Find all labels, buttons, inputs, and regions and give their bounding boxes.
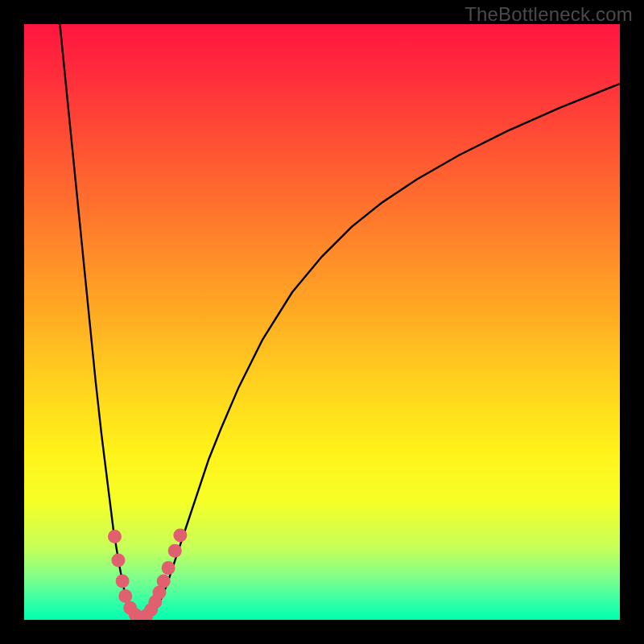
data-marker (173, 528, 187, 542)
chart-frame: TheBottleneck.com (0, 0, 644, 644)
data-marker (157, 574, 171, 588)
data-marker (118, 589, 132, 603)
data-marker (162, 561, 175, 575)
chart-svg (24, 24, 620, 620)
bottleneck-curve (60, 24, 620, 618)
data-marker (116, 574, 130, 588)
data-marker (168, 544, 182, 558)
plot-area (24, 24, 620, 620)
watermark-text: TheBottleneck.com (464, 3, 633, 26)
data-marker (108, 530, 122, 543)
data-marker (111, 554, 125, 568)
marker-group (108, 528, 187, 620)
